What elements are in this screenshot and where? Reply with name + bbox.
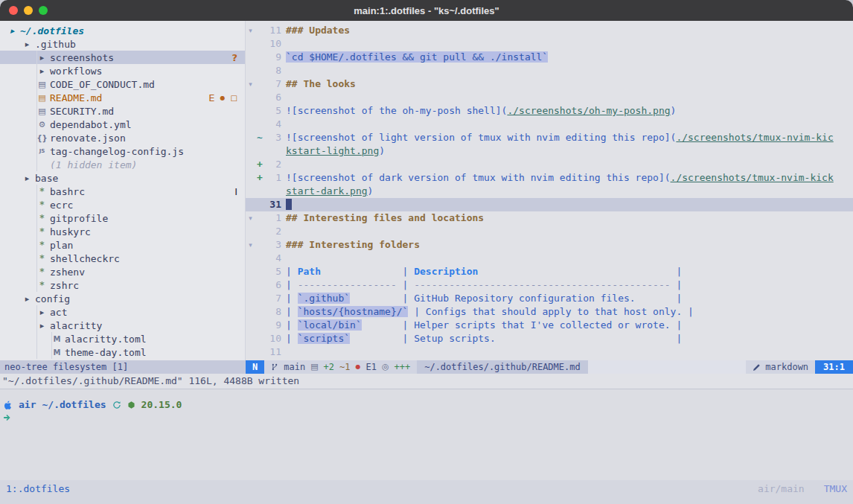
tree-item-label: act <box>48 307 67 318</box>
text-segment: ./screenshots/tmux-nvim-kic <box>676 132 833 143</box>
tmux-window-label[interactable]: 1:.dotfiles <box>6 483 70 494</box>
editor-line[interactable]: 11 <box>246 345 853 359</box>
fold-marker <box>246 345 255 359</box>
tree-item-readme.md[interactable]: ▤README.mdE●□ <box>0 91 245 104</box>
line-text <box>286 345 853 359</box>
minimize-button[interactable] <box>24 6 33 15</box>
config-file-icon: * <box>36 186 48 197</box>
tree-item-security.md[interactable]: ▤SECURITY.md <box>0 104 245 118</box>
tree-item-huskyrc[interactable]: *huskyrc <box>0 225 245 238</box>
tree-item-label: dependabot.yml <box>48 119 132 130</box>
json-file-icon: {} <box>36 134 48 142</box>
shell-input-line[interactable] <box>3 413 850 424</box>
tree-item-plan[interactable]: *plan <box>0 238 245 252</box>
editor-line[interactable]: 7| `.github` | GitHub Repository configu… <box>246 292 853 305</box>
fold-marker[interactable]: ▾ <box>246 211 255 225</box>
editor-line[interactable]: 10| `scripts` | Setup scripts. | <box>246 332 853 345</box>
tree-item--1-hidden-item-[interactable]: (1 hidden item) <box>0 158 245 171</box>
text-segment: | <box>403 266 415 277</box>
editor-line[interactable]: ~3![screenshot of light version of tmux … <box>246 131 853 144</box>
editor-line[interactable]: +2 <box>246 158 853 171</box>
tmux-badge: TMUX <box>824 483 847 494</box>
indent-guide <box>36 238 37 252</box>
close-button[interactable] <box>9 6 18 15</box>
fold-marker <box>246 64 255 77</box>
diagnostic-error-badge: E <box>208 92 214 103</box>
editor-line[interactable]: 5![screenshot of the oh-my-posh shell](.… <box>246 104 853 118</box>
tree-item-alacritty[interactable]: ▸alacritty <box>0 319 245 332</box>
tree-item-~-.dotfiles[interactable]: ▸~/.dotfiles <box>0 24 245 37</box>
tree-item-label: tag-changelog-config.js <box>48 146 184 157</box>
editor-line[interactable]: 4 <box>246 252 853 265</box>
text-segment: Description <box>414 266 478 277</box>
config-file-icon: * <box>36 200 48 210</box>
git-sign <box>255 345 264 359</box>
editor-line[interactable]: ▾1## Interesting files and locations <box>246 211 853 225</box>
editor-buffer[interactable]: ▾11### Updates109`cd $HOME/.dotfiles && … <box>246 21 853 360</box>
tree-item-screenshots[interactable]: ▸screenshots? <box>0 51 245 64</box>
editor-line[interactable]: kstart-light.png) <box>246 144 853 158</box>
tree-item-workflows[interactable]: ▸workflows <box>0 64 245 77</box>
fold-marker[interactable]: ▾ <box>246 77 255 91</box>
line-number: 1 <box>264 211 286 225</box>
indent-guide <box>36 118 37 131</box>
tree-item-tag-changelog-config.js[interactable]: JStag-changelog-config.js <box>0 144 245 158</box>
text-segment: ) <box>671 105 677 116</box>
fold-marker <box>246 91 255 104</box>
editor-line[interactable]: +1![screenshot of dark version of tmux w… <box>246 171 853 185</box>
tree-item-zshenv[interactable]: *zshenv <box>0 265 245 278</box>
shell-pane[interactable]: air ~/.dotfiles 20.15.0 <box>0 389 853 480</box>
tree-item-label: theme-day.toml <box>63 347 147 358</box>
git-branch-name: main <box>284 360 305 374</box>
editor-line[interactable]: 31 <box>246 198 853 211</box>
folder-arrow-icon: ▸ <box>6 26 19 36</box>
editor-line[interactable]: 4 <box>246 118 853 131</box>
editor-line[interactable]: 9| `local/bin` | Helper scripts that I'v… <box>246 319 853 332</box>
tree-item-renovate.json[interactable]: {}renovate.json <box>0 131 245 144</box>
tree-item-shellcheckrc[interactable]: *shellcheckrc <box>0 252 245 265</box>
tree-item-theme-day.toml[interactable]: Mtheme-day.toml <box>0 345 245 359</box>
indent-guide <box>36 225 37 238</box>
editor-line[interactable]: 6| ----------------- | -----------------… <box>246 278 853 292</box>
tree-item-dependabot.yml[interactable]: ⚙dependabot.yml <box>0 118 245 131</box>
tree-item-ecrc[interactable]: *ecrc <box>0 198 245 211</box>
tree-item-label: .github <box>33 39 76 50</box>
editor-line[interactable]: ▾7## The looks <box>246 77 853 91</box>
tree-item-config[interactable]: ▸config <box>0 292 245 305</box>
line-text: ![screenshot of the oh-my-posh shell](./… <box>286 104 853 118</box>
editor-line[interactable]: ▾11### Updates <box>246 24 853 37</box>
indent-guide <box>36 185 37 198</box>
line-text <box>286 64 853 77</box>
fold-marker[interactable]: ▾ <box>246 238 255 252</box>
line-number: 7 <box>264 77 286 91</box>
tree-item-.github[interactable]: ▸.github <box>0 37 245 51</box>
editor-line[interactable]: 6 <box>246 91 853 104</box>
tree-item-gitprofile[interactable]: *gitprofile <box>0 211 245 225</box>
editor-line[interactable]: 8| `hosts/{hostname}/` | Configs that sh… <box>246 305 853 319</box>
git-sign <box>255 77 264 91</box>
editor-line[interactable]: 10 <box>246 37 853 51</box>
fold-marker[interactable]: ▾ <box>246 24 255 37</box>
editor-line[interactable]: start-dark.png) <box>246 185 853 198</box>
editor-line[interactable]: 5| Path | Description | <box>246 265 853 278</box>
terminal-window: main:1:.dotfiles - "ks~/.dotfiles" ▸~/.d… <box>0 0 853 504</box>
javascript-file-icon: JS <box>36 148 48 154</box>
tree-item-act[interactable]: ▸act <box>0 305 245 319</box>
zoom-button[interactable] <box>39 6 48 15</box>
folder-arrow-icon: ▸ <box>36 53 48 63</box>
toml-file-icon: M <box>51 348 63 357</box>
tree-item-code-of-conduct.md[interactable]: ▤CODE_OF_CONDUCT.md <box>0 77 245 91</box>
editor-line[interactable]: 8 <box>246 64 853 77</box>
editor-line[interactable]: 2 <box>246 225 853 238</box>
fold-marker <box>246 278 255 292</box>
editor-line[interactable]: ▾3### Interesting folders <box>246 238 853 252</box>
editor-line[interactable]: 9`cd $HOME/.dotfiles && git pull && ./in… <box>246 51 853 64</box>
tree-item-zshrc[interactable]: *zshrc <box>0 278 245 292</box>
folder-arrow-icon: ▸ <box>21 39 33 49</box>
tree-item-base[interactable]: ▸base <box>0 171 245 185</box>
git-sign <box>255 51 264 64</box>
indent-guide <box>36 131 37 144</box>
tree-item-bashrc[interactable]: *bashrcI <box>0 185 245 198</box>
tree-item-alacritty.toml[interactable]: Malacritty.toml <box>0 332 245 345</box>
file-diff-icon: ▤ <box>310 360 318 374</box>
